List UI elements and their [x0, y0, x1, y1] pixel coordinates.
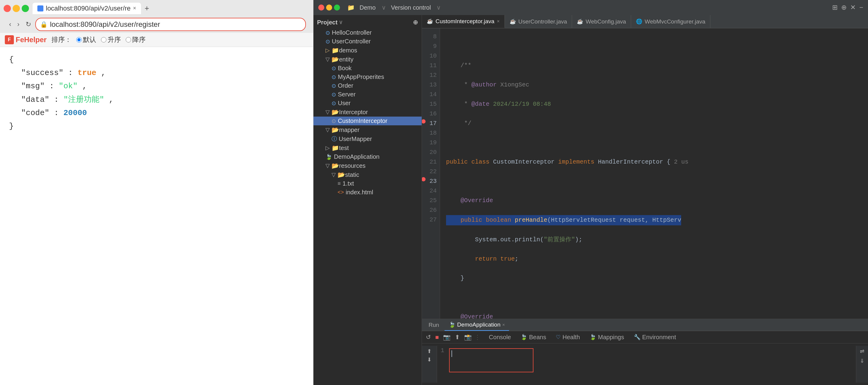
tree-item-entity[interactable]: ▽ 📂 entity	[313, 55, 422, 64]
tab-demoapplication[interactable]: 🍃 DemoApplication ×	[444, 319, 509, 331]
traffic-lights	[4, 5, 29, 12]
sort-asc-radio[interactable]	[101, 37, 106, 42]
ide-minimize-btn[interactable]	[326, 4, 332, 10]
spring-tab-mappings[interactable]: 🍃 Mappings	[585, 332, 629, 342]
sort-default-radio[interactable]	[76, 37, 82, 42]
new-tab-button[interactable]: +	[142, 2, 152, 14]
scroll-down-btn[interactable]: ⬇	[426, 355, 433, 364]
ide-app-name: Demo	[360, 4, 375, 11]
beans-label: Beans	[529, 334, 546, 341]
code-editor[interactable]: 8 9 10 11 12 13 14 15 16 17 18 19 20	[422, 28, 868, 319]
ide-project-structure-btn[interactable]: ⊞	[832, 4, 838, 11]
forward-button[interactable]: ›	[16, 19, 21, 30]
spring-tab-console[interactable]: Console	[484, 332, 516, 342]
line-num-10: 10	[422, 51, 440, 61]
code-content[interactable]: /** * @author X1ongSec * @date 2024/12/1…	[440, 28, 868, 319]
tree-item-hellocontroller[interactable]: ⊙ HelloController	[313, 28, 422, 37]
rerun-button[interactable]: ↺	[424, 332, 433, 342]
code-line-13	[446, 138, 862, 148]
tree-item-usercontroller[interactable]: ⊙ UserController	[313, 37, 422, 46]
tree-label: resources	[339, 162, 366, 169]
side-gutter-filter-btn[interactable]: ⇌	[859, 347, 865, 355]
console-input-box[interactable]	[449, 348, 533, 372]
beans-icon: 🍃	[521, 334, 527, 341]
json-key-data: "data"	[21, 95, 50, 104]
tree-item-demoapplication[interactable]: 🍃 DemoApplication	[313, 153, 422, 161]
spring-tab-beans[interactable]: 🍃 Beans	[516, 332, 551, 342]
json-val-success: true	[78, 68, 96, 77]
tree-item-server[interactable]: ⊙ Server	[313, 90, 422, 99]
side-gutter-down-btn[interactable]: ⇓	[859, 357, 865, 365]
folder-open-icon-2: 📂	[332, 108, 339, 116]
scroll-up-btn[interactable]: ⬆	[426, 347, 433, 355]
tree-item-static[interactable]: ▽ 📂 static	[313, 170, 422, 179]
tree-item-custominterceptor[interactable]: ⊙ CustomInterceptor	[313, 117, 422, 125]
tab-run[interactable]: Run	[424, 319, 443, 331]
spring-leaf-icon: 🍃	[449, 321, 456, 328]
chevron-down-icon: ∨	[381, 4, 386, 11]
bottom-tabs: Run 🍃 DemoApplication ×	[422, 319, 868, 331]
ide-navigate-btn[interactable]: ⊕	[841, 4, 846, 11]
version-control-label[interactable]: Version control	[391, 4, 431, 11]
side-gutter: ⇌ ⇓	[856, 346, 868, 383]
tree-item-test[interactable]: ▷ 📁 test	[313, 143, 422, 153]
tree-item-usermapper[interactable]: Ⓘ UserMapper	[313, 134, 422, 143]
code-line-9: /**	[446, 61, 862, 70]
mappings-label: Mappings	[598, 334, 624, 341]
address-bar[interactable]	[50, 20, 301, 29]
ide-close-window-btn[interactable]: ✕	[850, 4, 856, 11]
fullscreen-window-btn[interactable]	[22, 5, 29, 12]
tree-item-demos[interactable]: ▷ 📁 demos	[313, 46, 422, 55]
spring-tab-health[interactable]: ♡ Health	[551, 332, 585, 342]
tree-label: User	[338, 100, 350, 107]
tree-item-indexhtml[interactable]: <> index.html	[313, 188, 422, 197]
console-content[interactable]: 1	[437, 346, 856, 383]
tree-item-myappproperites[interactable]: ⊙ MyAppProperites	[313, 73, 422, 81]
minimize-window-btn[interactable]	[13, 5, 20, 12]
tab-close-btn[interactable]: ×	[133, 5, 136, 11]
json-val-msg: "ok"	[59, 82, 78, 91]
line-num-26: 26	[422, 205, 440, 215]
stop-button[interactable]: ■	[434, 332, 440, 342]
code-line-16: @Override	[446, 196, 862, 205]
tree-item-book[interactable]: ⊙ Book	[313, 64, 422, 73]
tab-usercontroller[interactable]: ☕ UserController.java	[505, 15, 572, 28]
sort-desc-radio[interactable]	[126, 37, 131, 42]
sort-default[interactable]: 默认	[76, 35, 96, 44]
tree-item-mapper[interactable]: ▽ 📂 mapper	[313, 125, 422, 134]
screenshot-button[interactable]: 📷	[441, 332, 452, 342]
folder-open-icon: 📂	[332, 56, 339, 63]
folder-open-arrow-2: ▽	[326, 109, 330, 116]
tree-item-user[interactable]: ⊙ User	[313, 99, 422, 107]
spring-tab-environment[interactable]: 🔧 Environment	[629, 332, 681, 342]
browser-tab-active[interactable]: localhost:8090/api/v2/user/re ×	[33, 3, 141, 14]
tree-label: 1.txt	[343, 180, 354, 187]
ide-minimize-window-btn[interactable]: −	[859, 4, 863, 11]
tree-item-resources[interactable]: ▽ 📂 resources	[313, 161, 422, 170]
ide-fullscreen-btn[interactable]	[334, 4, 340, 10]
ide-close-btn[interactable]	[318, 4, 324, 10]
tree-item-order[interactable]: ⊙ Order	[313, 81, 422, 90]
demo-tab-close[interactable]: ×	[502, 322, 505, 327]
json-key-code: "code"	[21, 108, 50, 118]
tree-item-interceptor[interactable]: ▽ 📂 Interceptor	[313, 107, 422, 117]
tree-label: mapper	[339, 127, 360, 133]
tree-item-1txt[interactable]: ≡ 1.txt	[313, 179, 422, 188]
sort-desc[interactable]: 降序	[126, 35, 146, 44]
refresh-button[interactable]: ↻	[24, 19, 33, 30]
tab-custominterceptor[interactable]: ☕ CustomInterceptor.java ×	[422, 15, 505, 28]
line-num-24: 24	[422, 186, 440, 196]
tab-webmvcconfigurer[interactable]: 🌐 WebMvcConfigurer.java	[631, 15, 710, 28]
code-line-18: System.out.println("前置操作");	[446, 235, 862, 245]
tab-webconfig[interactable]: ☕ WebConfig.java	[572, 15, 631, 28]
camera-button[interactable]: 📸	[463, 332, 473, 342]
fehelper-toolbar: F FeHelper 排序： 默认 升序 降序	[0, 33, 313, 47]
back-button[interactable]: ‹	[7, 19, 13, 30]
file-tree-collapse-btn[interactable]: ⊕	[413, 19, 418, 26]
sort-asc[interactable]: 升序	[101, 35, 121, 44]
close-window-btn[interactable]	[4, 5, 11, 12]
tab-close-custominterceptor[interactable]: ×	[497, 19, 499, 24]
deploy-button[interactable]: ⬆	[453, 332, 461, 342]
tab-label-2: UserController.java	[518, 19, 567, 25]
tree-label: UserController	[332, 38, 371, 45]
